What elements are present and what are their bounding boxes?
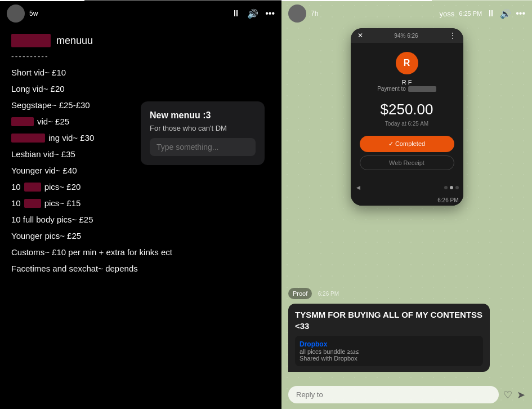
- dropbox-shared: Shared with Dropbox: [299, 355, 479, 362]
- list-item: Customs~ £10 per min + extra for kinks e…: [11, 246, 270, 258]
- item-text: pics~ £15: [44, 197, 81, 209]
- list-item: 10 pics~ £20: [11, 181, 270, 193]
- list-item: 10 full body pics~ £25: [11, 214, 270, 225]
- right-story-panel: 7h yoss 6:25 PM ⏸ 🔊 ••• ✕ 94% 6:26 ⋮ R R…: [281, 0, 532, 409]
- menu-title-row: menuuu: [11, 34, 270, 47]
- dropbox-attachment[interactable]: Dropbox all piccs bunddle ≥ω≤ Shared wit…: [295, 336, 483, 366]
- list-item: Younger pics~ £25: [11, 230, 270, 242]
- payment-to-label: Payment to: [377, 86, 406, 92]
- nav-dots: [444, 186, 459, 189]
- more-icon[interactable]: •••: [265, 8, 275, 19]
- redact-block: [24, 183, 41, 192]
- proof-bubble: Proof: [288, 288, 312, 299]
- payment-to-row: Payment to: [360, 86, 454, 92]
- left-header-controls[interactable]: ⏸ 🔊 •••: [231, 8, 275, 19]
- nav-back-icon[interactable]: ◄: [355, 184, 362, 192]
- phone-more-icon[interactable]: ⋮: [449, 32, 456, 39]
- popup-title: New menuu :3: [150, 110, 256, 121]
- right-story-time: 7h: [311, 10, 318, 17]
- menu-divider: ----------: [11, 52, 270, 61]
- right-input-bar: ♡ ➤: [288, 386, 525, 403]
- item-text: ing vid~ £30: [48, 132, 94, 144]
- dropbox-subtitle: all piccs bunddle ≥ω≤: [299, 348, 479, 355]
- reply-input[interactable]: [288, 386, 499, 403]
- popup-input[interactable]: [150, 138, 256, 156]
- battery-indicator: 94% 6:26: [394, 33, 418, 39]
- phone-top-bar: ✕ 94% 6:26 ⋮: [351, 28, 463, 43]
- list-item: Younger vid~ £40: [11, 165, 270, 176]
- popup-subtitle: For those who can't DM: [150, 124, 256, 132]
- right-header-right[interactable]: yoss 6:25 PM ⏸ 🔊 •••: [439, 8, 525, 19]
- item-text: vid~ £25: [37, 115, 69, 127]
- redact-block: [11, 134, 45, 143]
- list-item: Long vid~ £20: [11, 83, 270, 95]
- proof-time: 6:26 PM: [318, 291, 339, 297]
- story-clock: 6:25 PM: [459, 10, 482, 17]
- right-header-left: 7h: [288, 5, 318, 23]
- redact-block: [11, 117, 34, 126]
- left-header: 5w ⏸ 🔊 •••: [0, 0, 281, 27]
- more-icon-right[interactable]: •••: [516, 8, 525, 19]
- nav-dot: [444, 186, 448, 189]
- sender-name: R F: [360, 79, 454, 86]
- list-item: 10 pics~ £15: [11, 197, 270, 209]
- pause-icon-right[interactable]: ⏸: [486, 8, 495, 19]
- left-story-time: 5w: [29, 10, 38, 17]
- payment-phone-mockup: ✕ 94% 6:26 ⋮ R R F Payment to $250.00 To…: [351, 28, 463, 206]
- message-text: TYSMM FOR BUYING ALL OF MY CONTENTSS <33: [295, 309, 483, 331]
- phone-timestamp: 6:26 PM: [351, 196, 463, 206]
- message-bubble: TYSMM FOR BUYING ALL OF MY CONTENTSS <33…: [288, 304, 490, 372]
- list-item: Facetimes and sexchat~ depends: [11, 263, 270, 274]
- left-story-panel: 5w ⏸ 🔊 ••• menuuu ---------- Short vid~ …: [0, 0, 281, 409]
- right-header: 7h yoss 6:25 PM ⏸ 🔊 •••: [281, 0, 532, 27]
- chat-area: Proof 6:26 PM TYSMM FOR BUYING ALL OF MY…: [281, 288, 532, 375]
- volume-icon[interactable]: 🔊: [247, 8, 258, 19]
- redact-block: [24, 199, 41, 208]
- item-prefix: 10: [11, 197, 21, 209]
- dropbox-title: Dropbox: [299, 340, 479, 348]
- volume-icon-right[interactable]: 🔊: [500, 8, 511, 19]
- right-avatar: [288, 5, 306, 23]
- menu-title-redact: [11, 34, 51, 47]
- left-avatar: [7, 5, 25, 23]
- web-receipt-button[interactable]: Web Receipt: [360, 155, 454, 170]
- payment-content: R R F Payment to $250.00 Today at 6:25 A…: [351, 43, 463, 179]
- pause-icon[interactable]: ⏸: [231, 8, 240, 19]
- heart-icon[interactable]: ♡: [503, 389, 512, 401]
- payment-amount: $250.00: [360, 101, 454, 118]
- send-icon[interactable]: ➤: [517, 389, 525, 401]
- nav-dot: [455, 186, 459, 189]
- item-prefix: 10: [11, 181, 21, 193]
- username-badge: yoss: [439, 10, 454, 18]
- payment-time: Today at 6:25 AM: [360, 121, 454, 127]
- menu-title: menuuu: [56, 35, 93, 47]
- payment-to-redact: [408, 86, 436, 92]
- proof-label-row: Proof 6:26 PM: [288, 288, 525, 301]
- close-icon[interactable]: ✕: [357, 32, 363, 39]
- item-text: pics~ £20: [44, 181, 81, 193]
- phone-nav: ◄: [351, 179, 463, 196]
- nav-dot-active: [450, 186, 453, 189]
- completed-button[interactable]: ✓ Completed: [360, 136, 454, 152]
- list-item: Short vid~ £10: [11, 66, 270, 78]
- sender-avatar: R: [396, 52, 418, 74]
- left-header-left: 5w: [7, 5, 38, 23]
- dm-popup: New menuu :3 For those who can't DM: [141, 101, 265, 165]
